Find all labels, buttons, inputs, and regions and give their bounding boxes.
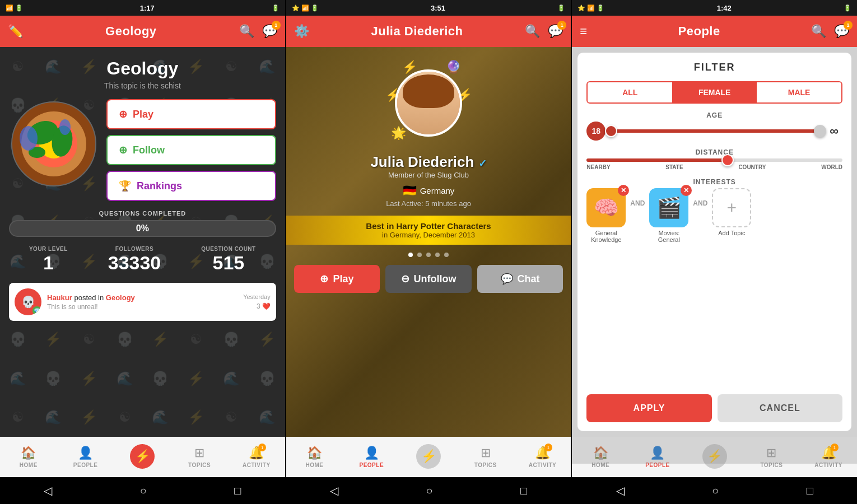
distance-track[interactable] (586, 158, 842, 162)
follow-button[interactable]: ⊕ Follow (106, 135, 276, 165)
nav-topics-1[interactable]: ⊞ TOPICS (171, 437, 228, 477)
nav-home-1[interactable]: 🏠 HOME (0, 437, 57, 477)
back-btn-1[interactable]: ◁ (44, 484, 52, 497)
stat-questions-label: QUESTION COUNT (201, 246, 256, 252)
nav-activity-3[interactable]: 🔔 1 ACTIVITY (800, 437, 857, 477)
dist-country: COUNTRY (738, 164, 766, 170)
nav-lightning-1[interactable]: ⚡ (114, 437, 171, 477)
cancel-button[interactable]: CANCEL (718, 394, 842, 422)
stat-questions: QUESTION COUNT 515 (201, 246, 256, 274)
chat-badge-1: 1 (272, 21, 281, 30)
rankings-label: Rankings (137, 180, 182, 192)
activity-badge-2: 1 (544, 444, 552, 451)
profile-play-button[interactable]: ⊕ Play (294, 265, 380, 293)
earth-diagram (9, 99, 99, 189)
search-icon-3[interactable]: 🔍 (811, 24, 826, 39)
achievement-sub: in Germany, December 2013 (297, 231, 560, 239)
interest-add[interactable]: + Add Topic (712, 188, 751, 236)
activity-text: Haukur posted in Geology (47, 293, 237, 302)
unfollow-label: Unfollow (414, 273, 457, 285)
dot-3[interactable] (426, 253, 431, 257)
filter-icon[interactable]: ≡ (580, 24, 587, 39)
distance-fill (586, 158, 727, 162)
distance-thumb[interactable] (721, 154, 734, 166)
flag-icon: 🇩🇪 (403, 184, 417, 197)
dot-4[interactable] (435, 253, 440, 257)
dist-state: STATE (665, 164, 683, 170)
home-btn-1[interactable]: ○ (140, 484, 147, 497)
chat-icon-1[interactable]: 💬 1 (262, 24, 277, 39)
chat-label: Chat (518, 273, 540, 285)
nav-activity-2[interactable]: 🔔 1 ACTIVITY (514, 437, 571, 477)
people-icon-2: 👤 (364, 446, 379, 460)
remove-brain[interactable]: ✕ (618, 185, 629, 196)
dot-2[interactable] (417, 253, 422, 257)
nav-people-2[interactable]: 👤 PEOPLE (343, 437, 400, 477)
chat-icon-2[interactable]: 💬 1 (548, 24, 563, 39)
follow-icon: ⊕ (119, 144, 127, 156)
chat-icon-3[interactable]: 💬 1 (834, 24, 849, 39)
achievement-banner: Best in Harry Potter Characters in Germa… (286, 216, 571, 245)
recents-btn-2[interactable]: □ (520, 484, 527, 497)
dot-1[interactable] (408, 253, 413, 257)
back-btn-2[interactable]: ◁ (330, 484, 338, 497)
age-track[interactable] (611, 129, 820, 133)
search-icon-2[interactable]: 🔍 (525, 24, 540, 39)
add-label: Add Topic (718, 230, 745, 236)
dot-5[interactable] (444, 253, 449, 257)
extra-status-2: 🔋 (557, 4, 565, 12)
back-btn-3[interactable]: ◁ (616, 484, 625, 497)
apply-button[interactable]: APPLY (586, 394, 711, 422)
dots-row (408, 253, 449, 257)
play-button[interactable]: ⊕ Play (106, 99, 276, 129)
activity-badge-1: 1 (258, 444, 266, 451)
activity-item[interactable]: 💀 💎 Haukur posted in Geology This is so … (9, 283, 276, 321)
profile-country: 🇩🇪 Germany (403, 184, 455, 197)
nav-topics-label-2: TOPICS (474, 462, 497, 468)
gender-tab-all[interactable]: ALL (588, 82, 672, 102)
remove-movie[interactable]: ✕ (681, 185, 692, 196)
chat-badge-3: 1 (844, 21, 853, 30)
progress-bar: 0% (9, 220, 276, 237)
add-topic-icon[interactable]: + (712, 188, 751, 227)
android-nav-1: ◁ ○ □ (0, 477, 285, 504)
nav-topics-2[interactable]: ⊞ TOPICS (457, 437, 514, 477)
unfollow-button[interactable]: ⊖ Unfollow (385, 265, 472, 293)
achievement-title: Best in Harry Potter Characters (297, 221, 560, 231)
android-nav-3: ◁ ○ □ (572, 477, 857, 504)
nav-activity-label-3: ACTIVITY (814, 462, 842, 468)
edit-icon[interactable]: ✏️ (8, 24, 23, 39)
settings-icon[interactable]: ⚙️ (294, 24, 309, 39)
gender-tab-female[interactable]: FEMALE (672, 82, 757, 102)
recents-btn-3[interactable]: □ (807, 484, 813, 497)
activity-likes: 3 ❤️ (257, 302, 271, 310)
screen-filter: ⭐ 📶 🔋 1:42 🔋 ≡ People 🔍 💬 1 FILTER (572, 0, 857, 504)
chat-button[interactable]: 💬 Chat (477, 265, 563, 293)
recents-btn-1[interactable]: □ (234, 484, 241, 497)
home-btn-2[interactable]: ○ (426, 484, 432, 497)
activity-icon-1: 🔔 1 (249, 446, 264, 460)
distance-section: DISTANCE NEARBY STATE COUNTRY WORLD (586, 148, 842, 170)
nav-home-2[interactable]: 🏠 HOME (286, 437, 343, 477)
geology-middle: ⊕ Play ⊕ Follow 🏆 Rankings (9, 99, 276, 201)
filter-content: FILTER ALL FEMALE MALE AGE 18 (572, 47, 857, 437)
nav-people-1[interactable]: 👤 PEOPLE (57, 437, 114, 477)
nav-topics-label-1: TOPICS (188, 462, 211, 468)
nav-home-label-1: HOME (20, 462, 38, 468)
gender-tab-male[interactable]: MALE (757, 82, 841, 102)
nav-lightning-2[interactable]: ⚡ (400, 437, 457, 477)
app-header-2: ⚙️ Julia Diederich 🔍 💬 1 (286, 16, 571, 47)
chat-icon-profile: 💬 (501, 273, 513, 285)
search-icon-1[interactable]: 🔍 (239, 24, 254, 39)
home-btn-3[interactable]: ○ (712, 484, 719, 497)
geology-content: ☯🌊⚡☯🌊⚡☯🌊 💀⚡☯💀⚡☯💀⚡ 🌊💀⚡🌊💀⚡🌊💀 ☯🌊⚡☯🌊⚡☯🌊 💀⚡☯💀… (0, 47, 285, 437)
status-bar-3: ⭐ 📶 🔋 1:42 🔋 (572, 0, 857, 16)
avatar-area: ⚡ 🔮 ⚡ ⚡ 🌟 (384, 58, 473, 148)
filter-title: FILTER (586, 62, 842, 73)
rankings-button[interactable]: 🏆 Rankings (106, 171, 276, 201)
signal-icons-1: 📶 🔋 (6, 4, 23, 12)
profile-member: Member of the Slug Club (388, 171, 469, 179)
skull-icon: 💀 (21, 295, 35, 309)
svg-point-7 (20, 126, 38, 151)
nav-activity-1[interactable]: 🔔 1 ACTIVITY (228, 437, 285, 477)
